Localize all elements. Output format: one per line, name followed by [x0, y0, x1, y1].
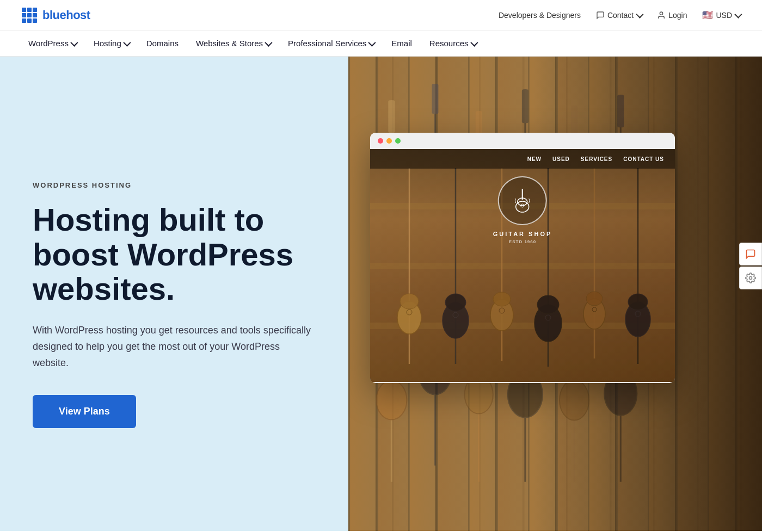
guitar-logo-area: GUITAR SHOP ESTD 1960	[493, 176, 552, 244]
nav-resources[interactable]: Resources	[423, 30, 483, 57]
login-icon	[657, 11, 666, 20]
browser-dot-maximize	[395, 138, 401, 144]
login-button[interactable]: Login	[657, 11, 687, 20]
websites-chevron-icon	[265, 39, 272, 46]
guitar-nav-contact: CONTACT US	[623, 156, 664, 162]
svg-point-51	[628, 294, 648, 310]
guitar-logo-text-area: GUITAR SHOP ESTD 1960	[493, 228, 552, 244]
settings-icon	[745, 273, 756, 283]
currency-selector[interactable]: 🇺🇸 USD	[702, 10, 740, 20]
svg-point-0	[660, 12, 663, 15]
hero-right: NEW USED SERVICES CONTACT US	[348, 57, 762, 531]
guitar-nav-services: SERVICES	[581, 156, 612, 162]
nav-hosting[interactable]: Hosting	[87, 30, 136, 57]
developers-link[interactable]: Developers & Designers	[499, 11, 581, 20]
svg-point-57	[749, 277, 752, 280]
wordpress-chevron-icon	[70, 39, 78, 46]
browser-content: NEW USED SERVICES CONTACT US	[370, 149, 675, 382]
contact-icon	[596, 11, 605, 20]
svg-rect-16	[522, 89, 529, 123]
pro-services-chevron-icon	[368, 39, 376, 46]
svg-rect-4	[388, 100, 395, 133]
resources-chevron-icon	[470, 39, 478, 46]
hero-left: WORDPRESS HOSTING Hosting built to boost…	[0, 57, 348, 531]
login-label: Login	[668, 11, 687, 20]
hero-eyebrow: WORDPRESS HOSTING	[33, 181, 316, 189]
top-nav-right: Developers & Designers Contact Login 🇺🇸 …	[499, 10, 740, 20]
browser-dot-minimize	[386, 138, 392, 144]
chat-icon	[745, 249, 756, 259]
currency-label: USD	[716, 11, 732, 20]
browser-window: NEW USED SERVICES CONTACT US	[370, 133, 675, 383]
svg-point-39	[493, 292, 511, 306]
flag-icon: 🇺🇸	[702, 10, 713, 20]
developers-label: Developers & Designers	[499, 11, 581, 20]
guitar-icon	[513, 189, 532, 213]
svg-point-47	[586, 292, 603, 306]
svg-point-43	[537, 295, 559, 314]
guitar-shop-estd: ESTD 1960	[493, 239, 552, 244]
side-icons	[739, 243, 762, 289]
contact-button[interactable]: Contact	[596, 11, 642, 20]
logo-grid-icon	[22, 8, 37, 23]
guitar-nav-new: NEW	[527, 156, 542, 162]
svg-point-2	[376, 380, 407, 419]
guitar-shop-label: GUITAR SHOP	[493, 231, 552, 237]
contact-chevron-icon	[636, 10, 644, 18]
view-plans-button[interactable]: View Plans	[33, 395, 136, 428]
nav-professional-services[interactable]: Professional Services	[281, 30, 380, 57]
nav-websites-stores[interactable]: Websites & Stores	[189, 30, 277, 57]
guitar-site-nav: NEW USED SERVICES CONTACT US	[370, 149, 675, 169]
hero-description: With WordPress hosting you get resources…	[33, 323, 316, 371]
top-bar: bluehost Developers & Designers Contact …	[0, 0, 762, 30]
logo-text[interactable]: bluehost	[42, 8, 90, 22]
svg-point-35	[445, 294, 466, 311]
contact-label: Contact	[607, 11, 634, 20]
nav-email[interactable]: Email	[385, 30, 419, 57]
main-nav: WordPress Hosting Domains Websites & Sto…	[0, 30, 762, 57]
browser-toolbar	[370, 133, 675, 149]
svg-point-31	[400, 294, 419, 309]
logo-area[interactable]: bluehost	[22, 8, 90, 23]
nav-wordpress[interactable]: WordPress	[22, 30, 83, 57]
chat-icon-button[interactable]	[739, 243, 762, 265]
guitar-logo-circle	[498, 176, 547, 225]
hero-section: WORDPRESS HOSTING Hosting built to boost…	[0, 57, 762, 531]
nav-domains[interactable]: Domains	[140, 30, 185, 57]
guitar-nav-used: USED	[552, 156, 570, 162]
hosting-chevron-icon	[123, 39, 131, 46]
currency-chevron-icon	[734, 10, 742, 18]
svg-rect-8	[432, 84, 438, 114]
settings-icon-button[interactable]	[739, 267, 762, 289]
hero-title: Hosting built to boost WordPress website…	[33, 202, 316, 306]
browser-dot-close	[378, 138, 383, 144]
